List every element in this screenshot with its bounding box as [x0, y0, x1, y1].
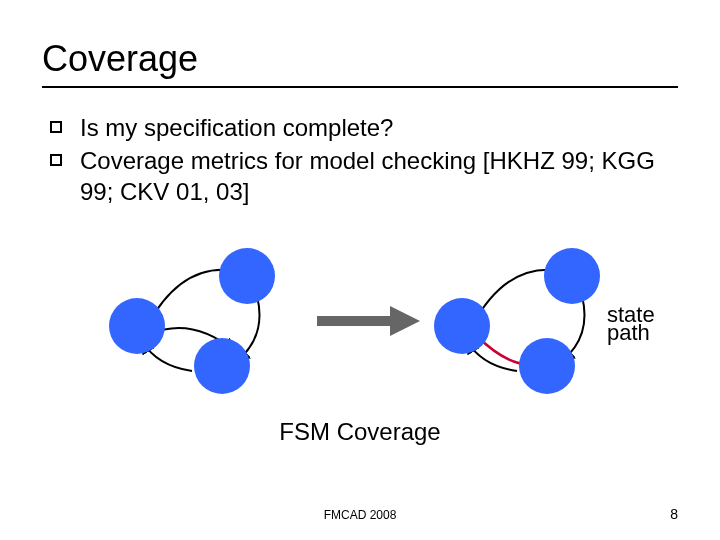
state-node-icon [544, 248, 600, 304]
state-node-icon [434, 298, 490, 354]
diagram-caption: FSM Coverage [42, 418, 678, 446]
fsm-diagram: state path [42, 226, 678, 416]
title-underline [42, 86, 678, 88]
diagram-svg [42, 226, 682, 416]
slide-title: Coverage [42, 38, 678, 80]
square-bullet-icon [50, 154, 62, 166]
footer-text: FMCAD 2008 [0, 508, 720, 522]
svg-marker-1 [390, 306, 420, 336]
label-path: path [607, 322, 650, 344]
left-fsm [109, 248, 275, 394]
bullet-list: Is my specification complete? Coverage m… [42, 112, 678, 208]
state-node-icon [219, 248, 275, 304]
state-node-icon [109, 298, 165, 354]
slide: Coverage Is my specification complete? C… [0, 0, 720, 540]
state-node-icon [194, 338, 250, 394]
bullet-text: Is my specification complete? [80, 112, 678, 143]
list-item: Coverage metrics for model checking [HKH… [50, 145, 678, 207]
state-node-icon [519, 338, 575, 394]
square-bullet-icon [50, 121, 62, 133]
bullet-text: Coverage metrics for model checking [HKH… [80, 145, 678, 207]
list-item: Is my specification complete? [50, 112, 678, 143]
transition-arrow-icon [317, 306, 420, 336]
right-fsm [434, 248, 600, 394]
page-number: 8 [670, 506, 678, 522]
